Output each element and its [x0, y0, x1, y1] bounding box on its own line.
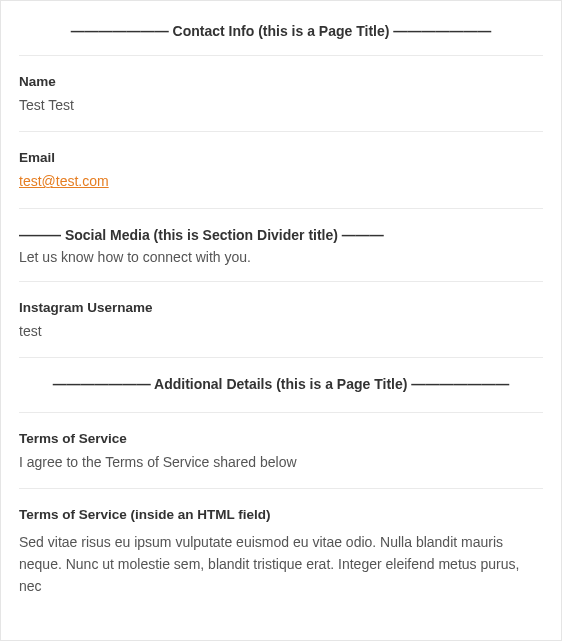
field-tos: Terms of Service I agree to the Terms of… — [19, 412, 543, 488]
tos-html-body: Sed vitae risus eu ipsum vulputate euism… — [19, 532, 543, 597]
page-title-additional-details: ——————— Additional Details (this is a Pa… — [19, 358, 543, 402]
tos-value: I agree to the Terms of Service shared b… — [19, 452, 543, 472]
field-name: Name Test Test — [19, 55, 543, 131]
section-divider-social: ——— Social Media (this is Section Divide… — [19, 208, 543, 281]
page-title-contact-info: ——————— Contact Info (this is a Page Tit… — [19, 1, 543, 55]
tos-html-label: Terms of Service (inside an HTML field) — [19, 507, 543, 522]
page-title-additional-details-wrapper: ——————— Additional Details (this is a Pa… — [19, 357, 543, 412]
name-value: Test Test — [19, 95, 543, 115]
social-divider-title: ——— Social Media (this is Section Divide… — [19, 227, 543, 243]
name-label: Name — [19, 74, 543, 89]
field-tos-html: Terms of Service (inside an HTML field) … — [19, 488, 543, 613]
email-label: Email — [19, 150, 543, 165]
tos-label: Terms of Service — [19, 431, 543, 446]
field-email: Email test@test.com — [19, 131, 543, 207]
instagram-value: test — [19, 321, 543, 341]
social-divider-desc: Let us know how to connect with you. — [19, 249, 543, 265]
field-instagram: Instagram Username test — [19, 281, 543, 357]
email-link[interactable]: test@test.com — [19, 173, 109, 189]
instagram-label: Instagram Username — [19, 300, 543, 315]
